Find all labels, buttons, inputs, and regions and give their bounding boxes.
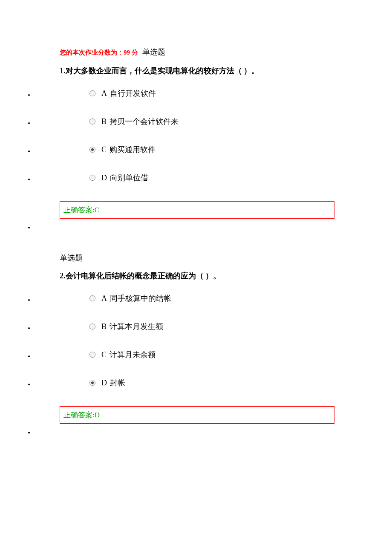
list-item: D 封帐 xyxy=(34,378,375,387)
list-item: C 购买通用软件 xyxy=(34,145,375,154)
radio-icon[interactable] xyxy=(89,324,95,330)
list-item: B 拷贝一个会计软件来 xyxy=(34,117,375,126)
option-letter: B xyxy=(101,117,107,126)
option-label: 同手核算中的结帐 xyxy=(110,294,171,303)
question-1-options: A 自行开发软件 B 拷贝一个会计软件来 C 购买通用软件 D 向别单位借 xyxy=(34,89,375,182)
list-item: B 计算本月发生额 xyxy=(34,322,375,331)
question-1-text: 1.对大多数企业而言，什么是实现电算化的较好方法（ ）。 xyxy=(60,66,375,76)
option-label: 计算月未余额 xyxy=(110,350,156,359)
radio-icon[interactable] xyxy=(89,380,95,386)
list-item: A 自行开发软件 xyxy=(34,89,375,98)
spacer-list xyxy=(34,223,375,236)
spacer-list xyxy=(34,428,375,441)
answer-box-1: 正确答案:C xyxy=(60,201,334,219)
question-block-1: 您的本次作业分数为：99 分 单选题 1.对大多数企业而言，什么是实现电算化的较… xyxy=(60,47,375,236)
option-letter: C xyxy=(101,145,107,154)
score-text: 您的本次作业分数为：99 分 xyxy=(60,49,138,56)
question-2-text: 2.会计电算化后结帐的概念最正确的应为（ ）。 xyxy=(60,271,375,281)
option-letter: A xyxy=(101,294,107,303)
question-2-options: A 同手核算中的结帐 B 计算本月发生额 C 计算月未余额 D 封帐 xyxy=(34,294,375,387)
spacer-bullet xyxy=(34,223,375,236)
spacer-bullet xyxy=(34,428,375,441)
question-block-2: 单选题 2.会计电算化后结帐的概念最正确的应为（ ）。 A 同手核算中的结帐 B… xyxy=(60,253,375,441)
radio-icon[interactable] xyxy=(89,90,95,96)
question-2-body: 会计电算化后结帐的概念最正确的应为（ ）。 xyxy=(66,272,221,280)
option-label: 拷贝一个会计软件来 xyxy=(110,117,179,126)
answer-box-2: 正确答案:D xyxy=(60,406,334,424)
option-label: 封帐 xyxy=(110,379,125,387)
option-letter: D xyxy=(101,173,107,182)
radio-icon[interactable] xyxy=(89,119,95,124)
radio-icon[interactable] xyxy=(89,175,95,181)
option-label: 向别单位借 xyxy=(110,173,148,182)
question-2-number: 2. xyxy=(60,272,66,280)
option-letter: C xyxy=(101,350,107,359)
question-type-label: 单选题 xyxy=(60,253,375,263)
question-type-label: 单选题 xyxy=(142,48,165,56)
option-label: 购买通用软件 xyxy=(110,145,156,154)
radio-icon[interactable] xyxy=(89,147,95,153)
option-label: 自行开发软件 xyxy=(110,89,156,98)
option-letter: B xyxy=(101,322,107,331)
question-1-body: 对大多数企业而言，什么是实现电算化的较好方法（ ）。 xyxy=(66,66,259,75)
option-letter: D xyxy=(101,379,107,387)
option-letter: A xyxy=(101,89,107,98)
question-1-number: 1. xyxy=(60,66,66,75)
answer-text-1: 正确答案:C xyxy=(63,206,99,214)
answer-text-2: 正确答案:D xyxy=(63,411,100,419)
list-item: D 向别单位借 xyxy=(34,173,375,182)
score-row: 您的本次作业分数为：99 分 单选题 xyxy=(60,47,375,57)
radio-icon[interactable] xyxy=(89,352,95,358)
list-item: C 计算月未余额 xyxy=(34,350,375,359)
radio-icon[interactable] xyxy=(89,295,95,301)
list-item: A 同手核算中的结帐 xyxy=(34,294,375,303)
option-label: 计算本月发生额 xyxy=(110,322,163,331)
